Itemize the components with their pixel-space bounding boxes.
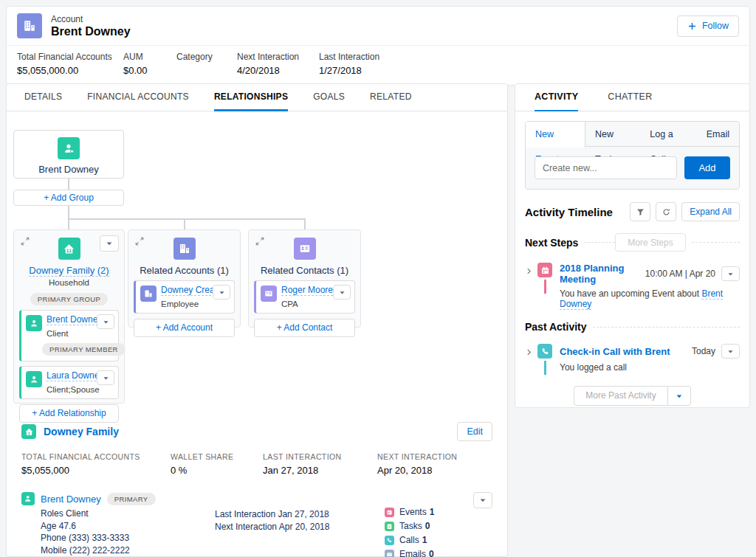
member-actions-button[interactable] — [97, 370, 114, 385]
related-contacts-icon — [294, 238, 316, 260]
related-account-tile[interactable]: Downey Creativ... Employee — [134, 280, 235, 314]
tab-chatter[interactable]: CHATTER — [608, 84, 652, 111]
chevron-right-icon[interactable] — [525, 344, 537, 375]
group-title-link[interactable]: Downey Family (2) — [19, 265, 119, 276]
add-account-button[interactable]: + Add Account — [134, 319, 235, 337]
related-account-role: Employee — [161, 300, 230, 308]
member-age: Age 47.6 — [41, 520, 215, 533]
create-new-input[interactable] — [535, 156, 677, 179]
household-icon — [21, 424, 36, 439]
call-icon — [537, 344, 552, 359]
add-button[interactable]: Add — [684, 156, 730, 179]
tab-goals[interactable]: GOALS — [313, 84, 345, 111]
member-actions-button[interactable] — [333, 285, 351, 300]
event-actions-button[interactable] — [721, 266, 740, 281]
member-tile-laura[interactable]: Laura Downey Client;Spouse — [19, 366, 119, 399]
more-steps-button[interactable]: More Steps — [615, 233, 685, 252]
account-icon — [140, 286, 157, 302]
tab-financial-accounts[interactable]: FINANCIAL ACCOUNTS — [87, 84, 189, 111]
record-main-panel: DETAILS FINANCIAL ACCOUNTS RELATIONSHIPS… — [6, 83, 508, 557]
refresh-button[interactable] — [656, 202, 676, 221]
stat-last-interaction: Last Interaction 1/27/2018 — [319, 52, 379, 76]
refresh-icon — [662, 207, 671, 217]
add-contact-button[interactable]: + Add Contact — [254, 319, 355, 337]
family-detail-section: Downey Family Edit TOTAL FINANCIAL ACCOU… — [7, 422, 507, 557]
related-contact-link[interactable]: Roger Moore — [281, 285, 333, 296]
filter-button[interactable] — [630, 202, 650, 221]
more-past-activity-dropdown[interactable] — [668, 386, 691, 406]
expand-icon[interactable] — [20, 236, 30, 246]
timeline-line — [544, 361, 546, 375]
event-title-link[interactable]: 2018 Planning Meeting — [560, 263, 645, 285]
primary-badge: PRIMARY — [107, 493, 156, 505]
chevron-down-icon — [218, 288, 226, 297]
timeline-item-event: 2018 Planning Meeting 10:00 AM | Apr 20 … — [525, 263, 740, 309]
edit-button[interactable]: Edit — [457, 422, 492, 441]
tab-relationships[interactable]: RELATIONSHIPS — [214, 84, 288, 111]
record-type-label: Account — [51, 14, 677, 24]
expand-icon[interactable] — [255, 236, 265, 246]
event-icon — [385, 508, 394, 517]
account-icon — [17, 13, 42, 38]
client-icon — [26, 315, 42, 331]
call-title-link[interactable]: Check-in Call with Brent — [560, 346, 692, 357]
add-group-button[interactable]: + Add Group — [13, 190, 124, 206]
member-name-link[interactable]: Laura Downey — [47, 370, 103, 381]
chevron-down-icon — [726, 270, 735, 278]
member-tile-brent[interactable]: Brent Downey Client PRIMARY MEMBER — [19, 310, 119, 361]
member-last-interaction: Last Interaction Jan 27, 2018 — [215, 508, 385, 521]
tab-related[interactable]: RELATED — [370, 84, 412, 111]
primary-group-badge: PRIMARY GROUP — [30, 293, 109, 305]
call-actions-button[interactable] — [721, 344, 740, 359]
root-client-node[interactable]: Brent Downey — [13, 130, 124, 179]
group-actions-button[interactable] — [100, 235, 119, 252]
record-header: Account Brent Downey Follow Total Financ… — [6, 6, 750, 86]
expand-all-button[interactable]: Expand All — [681, 202, 740, 221]
email-icon — [385, 550, 394, 557]
composer-tabs: New Event New Task Log a Call Email — [526, 122, 739, 147]
member-name-link[interactable]: Brent Downey — [41, 494, 101, 505]
chevron-down-icon — [105, 239, 114, 248]
related-account-link[interactable]: Downey Creativ... — [161, 285, 219, 296]
client-icon — [58, 137, 80, 159]
tab-details[interactable]: DETAILS — [24, 84, 62, 111]
timeline-item-call: Check-in Call with Brent Today You logge… — [525, 344, 740, 375]
follow-button[interactable]: Follow — [677, 15, 739, 37]
family-title-link[interactable]: Downey Family — [44, 426, 119, 437]
tab-new-event[interactable]: New Event — [526, 122, 585, 148]
expand-icon[interactable] — [134, 236, 145, 246]
member-roles: Roles Client — [41, 508, 215, 520]
member-phone: Phone (333) 333-3333 — [41, 532, 215, 544]
divider — [593, 327, 740, 328]
connector-line — [304, 218, 306, 229]
tab-new-task[interactable]: New Task — [585, 122, 640, 146]
chevron-down-icon — [726, 347, 735, 356]
stat-wallet-share: WALLET SHARE 0 % — [171, 452, 263, 476]
call-time: Today — [692, 346, 715, 356]
connector-line — [184, 218, 185, 229]
timeline-line — [544, 280, 546, 294]
group-record-type: Household — [19, 278, 119, 287]
stat-last-interaction: LAST INTERACTION Jan 27, 2018 — [263, 452, 377, 476]
more-past-activity-button[interactable]: More Past Activity — [574, 386, 667, 406]
client-icon — [21, 492, 35, 505]
group-card-family: Downey Family (2) Household PRIMARY GROU… — [13, 229, 125, 404]
family-stats: TOTAL FINANCIAL ACCOUNTS $5,055,000 WALL… — [21, 452, 492, 476]
relationship-map: Brent Downey + Add Group — [7, 111, 507, 422]
page-title: Brent Downey — [51, 25, 677, 38]
tab-activity[interactable]: ACTIVITY — [535, 84, 578, 111]
tab-email[interactable]: Email — [697, 122, 739, 146]
chevron-down-icon — [102, 374, 110, 382]
related-contact-tile[interactable]: Roger Moore CPA — [254, 280, 355, 314]
member-actions-button[interactable] — [213, 285, 230, 300]
add-relationship-button[interactable]: + Add Relationship — [19, 404, 119, 423]
member-name-link[interactable]: Brent Downey — [47, 314, 102, 325]
member-row-actions-button[interactable] — [473, 492, 492, 508]
member-actions-button[interactable] — [97, 314, 114, 329]
highlights-panel: Total Financial Accounts $5,055,000.00 A… — [7, 46, 749, 85]
tab-log-a-call[interactable]: Log a Call — [640, 122, 696, 146]
related-accounts-icon — [173, 238, 196, 260]
client-icon — [26, 371, 42, 387]
member-role: Client — [47, 329, 114, 338]
chevron-right-icon[interactable] — [525, 263, 537, 309]
